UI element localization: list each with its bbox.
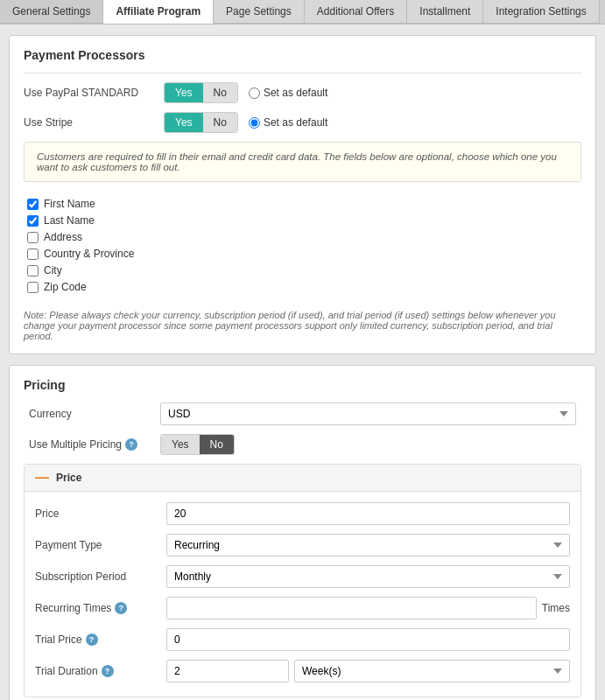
field-zip-label: Zip Code [44,281,87,293]
field-first-name-checkbox[interactable] [27,199,39,210]
payment-type-label: Payment Type [35,539,166,551]
price-section: — Price Price Payment Type One-Time Recu… [24,464,581,697]
tab-integration[interactable]: Integration Settings [483,0,599,24]
subscription-label: Subscription Period [35,570,166,583]
optional-fields-info: Customers are required to fill in their … [24,142,581,182]
payment-type-select[interactable]: One-Time Recurring [166,534,570,556]
stripe-toggle[interactable]: Yes No [164,112,238,133]
multiple-pricing-yes-btn[interactable]: Yes [161,435,200,454]
paypal-row: Use PayPal STANDARD Yes No Set as defaul… [24,82,581,103]
recurring-times-label: Recurring Times ? [35,602,166,614]
subscription-row: Subscription Period Daily Weekly Monthly… [30,565,575,588]
recurring-times-row: Recurring Times ? Times [30,597,575,620]
field-last-name-label: Last Name [44,214,95,227]
price-label: Price [35,508,166,520]
trial-duration-input-group: Day(s) Week(s) Month(s) Year(s) [166,660,570,682]
subscription-select[interactable]: Daily Weekly Monthly Yearly [166,565,570,588]
stripe-label: Use Stripe [24,116,164,129]
trial-duration-help-icon[interactable]: ? [102,665,114,677]
price-section-body: Price Payment Type One-Time Recurring Su… [25,492,580,696]
payment-processors-card: Payment Processors Use PayPal STANDARD Y… [9,35,596,354]
multiple-pricing-no-btn[interactable]: No [200,435,234,454]
paypal-default-radio[interactable] [249,88,260,99]
multiple-pricing-label: Use Multiple Pricing ? [29,438,160,451]
field-last-name: Last Name [27,214,581,227]
trial-duration-label: Trial Duration ? [35,665,166,677]
field-city-checkbox[interactable] [27,265,39,276]
trial-duration-row: Trial Duration ? Day(s) Week(s) Month(s)… [30,660,575,682]
multiple-pricing-help-icon[interactable]: ? [125,438,137,451]
stripe-default-radio[interactable] [249,117,260,129]
paypal-toggle[interactable]: Yes No [164,82,238,103]
trial-price-row: Trial Price ? [30,628,575,651]
currency-label: Currency [29,408,160,420]
payment-type-row: Payment Type One-Time Recurring [30,534,575,556]
recurring-times-help-icon[interactable]: ? [115,602,127,614]
field-country-checkbox[interactable] [27,248,39,260]
price-section-header[interactable]: — Price [25,465,580,492]
tab-page[interactable]: Page Settings [214,0,305,24]
recurring-times-input-group: Times [166,597,570,620]
payment-note: Note: Please always check your currency,… [24,310,581,341]
multiple-pricing-toggle[interactable]: Yes No [160,434,235,455]
pricing-card: Pricing Currency USD EUR GBP CAD AUD Use… [9,365,596,700]
field-country: Country & Province [27,248,581,260]
stripe-row: Use Stripe Yes No Set as default [24,112,581,133]
field-first-name-label: First Name [44,198,95,210]
tab-general[interactable]: General Settings [0,0,103,24]
trial-price-help-icon[interactable]: ? [86,634,98,646]
field-zip-checkbox[interactable] [27,282,39,293]
stripe-default-group[interactable]: Set as default [249,116,327,129]
paypal-default-group[interactable]: Set as default [249,87,327,99]
price-input[interactable] [166,502,570,525]
tab-bar: General Settings Affiliate Program Page … [0,0,605,24]
recurring-times-suffix: Times [542,602,570,614]
field-country-label: Country & Province [44,248,134,260]
tab-affiliate[interactable]: Affiliate Program [103,0,214,24]
paypal-yes-btn[interactable]: Yes [165,83,203,102]
multiple-pricing-row: Use Multiple Pricing ? Yes No [24,434,581,455]
field-zip: Zip Code [27,281,581,293]
field-last-name-checkbox[interactable] [27,215,39,227]
collapse-price-icon: — [35,471,49,485]
trial-price-input[interactable] [166,628,570,651]
trial-duration-input[interactable] [166,660,289,682]
price-row: Price [30,502,575,525]
field-city-label: City [44,264,62,276]
currency-select[interactable]: USD EUR GBP CAD AUD [160,402,576,425]
price-section-title: Price [56,472,81,484]
optional-fields-list: First Name Last Name Address Country & P… [24,191,581,301]
stripe-no-btn[interactable]: No [203,113,237,132]
trial-duration-unit-select[interactable]: Day(s) Week(s) Month(s) Year(s) [294,660,570,682]
payment-section-title: Payment Processors [24,48,581,62]
tab-installment[interactable]: Installment [407,0,483,24]
paypal-default-label: Set as default [264,87,327,99]
field-address-checkbox[interactable] [27,232,39,243]
paypal-no-btn[interactable]: No [203,83,237,102]
field-address-label: Address [44,231,82,243]
field-city: City [27,264,581,276]
stripe-default-label: Set as default [264,116,327,129]
paypal-label: Use PayPal STANDARD [24,87,164,99]
tab-additional[interactable]: Additional Offers [305,0,408,24]
field-first-name: First Name [27,198,581,210]
field-address: Address [27,231,581,243]
recurring-times-input[interactable] [166,597,537,620]
pricing-title: Pricing [24,378,581,392]
currency-row: Currency USD EUR GBP CAD AUD [24,402,581,425]
stripe-yes-btn[interactable]: Yes [165,113,203,132]
trial-price-label: Trial Price ? [35,634,166,646]
